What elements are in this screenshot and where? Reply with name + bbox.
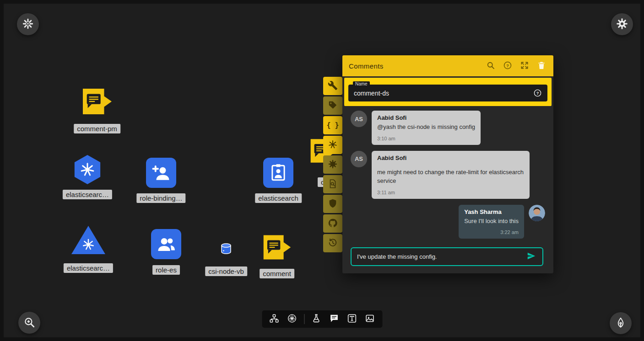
json-config-button[interactable]: { } — [323, 116, 342, 134]
topology-tool-button[interactable] — [268, 313, 280, 325]
delete-button[interactable] — [536, 60, 547, 71]
name-field-label: Name — [353, 81, 370, 86]
text-tool-button[interactable] — [346, 313, 358, 325]
pen-nib-icon — [615, 317, 627, 330]
expand-icon — [520, 61, 529, 71]
message-bubble: Aabid Sofi me might need to change the r… — [372, 151, 530, 199]
tag-icon — [328, 100, 338, 112]
node-label: role-binding… — [136, 193, 185, 203]
comment-node-icon — [81, 87, 113, 116]
service-account-icon — [263, 158, 293, 188]
kubernetes-asterisk-icon — [22, 18, 34, 31]
node-label: csi-node-vb — [205, 266, 247, 276]
node-role-es[interactable]: role-es — [151, 229, 181, 259]
node-label: comment — [260, 269, 294, 278]
app-logo-button[interactable] — [17, 13, 39, 35]
node-label: role-es — [152, 265, 180, 275]
settings-button[interactable] — [611, 13, 633, 35]
message-author: Aabid Sofi — [377, 114, 475, 121]
node-label: comment-pm — [74, 124, 120, 133]
avatar-photo — [529, 205, 545, 221]
security-button[interactable] — [323, 195, 342, 213]
message-time: 3:10 am — [377, 136, 475, 141]
inspect-button[interactable] — [323, 175, 342, 193]
node-label: elasticsearch — [255, 193, 302, 203]
comment-message: AS Aabid Sofi @yash the csi-node is miss… — [351, 111, 547, 145]
node-comment[interactable]: comment — [262, 234, 292, 261]
flask-icon — [312, 314, 321, 325]
message-bubble: Aabid Sofi @yash the csi-node is missing… — [372, 111, 481, 145]
role-icon — [151, 229, 181, 259]
search-button[interactable] — [485, 60, 496, 71]
comment-icon — [330, 314, 339, 325]
name-input[interactable] — [354, 90, 530, 97]
comments-panel: Comments ? Name ? AS Aabid Sofi @yash th… — [342, 55, 553, 273]
pen-tool-button[interactable] — [610, 312, 632, 334]
panel-title: Comments — [349, 62, 384, 70]
zoom-in-icon — [23, 316, 35, 330]
comment-node-icon — [262, 234, 292, 261]
avatar-initials: AS — [351, 151, 367, 167]
zoom-button[interactable] — [18, 312, 40, 334]
node-elasticsearch[interactable]: elasticsearch — [263, 158, 293, 188]
node-elasticsearc-triangle[interactable]: elasticsearc… — [71, 226, 105, 254]
avatar-initials: AS — [351, 111, 367, 127]
send-button[interactable] — [525, 250, 538, 263]
help-button[interactable]: ? — [502, 60, 513, 71]
configure-button[interactable] — [323, 77, 342, 95]
svg-text:?: ? — [506, 63, 509, 68]
node-elasticsearc-hexagon[interactable]: elasticsearc… — [73, 155, 102, 184]
media-icon — [365, 314, 375, 325]
node-label: elasticsearc… — [63, 190, 112, 199]
search-icon — [486, 61, 495, 71]
node-label: elasticsearc… — [64, 263, 113, 273]
history-icon — [328, 238, 338, 249]
node-comment-pm[interactable]: comment-pm — [81, 87, 113, 116]
kubernetes-hexagon-icon — [73, 155, 102, 184]
github-button[interactable] — [323, 214, 342, 233]
kubernetes-icon — [287, 314, 297, 325]
settings-node-button[interactable] — [323, 155, 342, 174]
svg-text:?: ? — [536, 91, 539, 96]
label-button[interactable] — [323, 96, 342, 115]
canvas[interactable]: comment-pm elasticsearc… role-binding… e… — [4, 4, 640, 337]
kubernetes-triangle-icon — [71, 226, 105, 254]
storage-cylinder-icon — [220, 242, 233, 255]
field-help-icon[interactable]: ? — [533, 89, 542, 97]
help-icon: ? — [503, 61, 512, 71]
comment-message: AS Aabid Sofi me might need to change th… — [351, 151, 547, 199]
text-tool-icon — [347, 314, 357, 325]
message-text: me might need to change the rate-limit f… — [377, 168, 524, 186]
node-context-toolbar: { } — [323, 77, 342, 252]
comment-input[interactable] — [357, 253, 525, 260]
message-time: 3:22 am — [464, 229, 519, 235]
message-author: Aabid Sofi — [377, 155, 524, 161]
expand-button[interactable] — [519, 60, 530, 71]
kubernetes-tool-button[interactable] — [286, 313, 298, 325]
delete-icon — [537, 61, 546, 71]
inspect-doc-icon — [328, 179, 338, 190]
comment-tool-button[interactable] — [328, 313, 340, 325]
comment-message: Yash Sharma Sure I'll look into this 3:2… — [351, 205, 547, 239]
flask-tool-button[interactable] — [310, 313, 322, 325]
name-field-container: Name ? — [344, 78, 552, 106]
kubernetes-button[interactable] — [323, 136, 342, 154]
node-csi-node-vb[interactable]: csi-node-vb — [220, 242, 233, 257]
settings-gear-icon — [616, 18, 628, 31]
bottom-toolbar — [262, 310, 382, 328]
message-time: 3:11 am — [377, 190, 524, 195]
message-text: Sure I'll look into this — [464, 217, 519, 226]
braces-icon: { } — [326, 121, 339, 129]
message-bubble: Yash Sharma Sure I'll look into this 3:2… — [459, 205, 524, 239]
send-icon — [526, 251, 536, 262]
comment-composer — [351, 247, 543, 266]
topology-icon — [270, 314, 279, 325]
history-button[interactable] — [323, 234, 342, 252]
kubernetes-icon — [328, 139, 338, 151]
comments-thread[interactable]: AS Aabid Sofi @yash the csi-node is miss… — [342, 106, 553, 245]
wrench-icon — [328, 80, 338, 92]
role-binding-icon — [146, 158, 176, 188]
message-text: @yash the csi-node is missing config — [377, 123, 475, 132]
media-tool-button[interactable] — [364, 313, 376, 325]
node-role-binding[interactable]: role-binding… — [146, 158, 176, 188]
